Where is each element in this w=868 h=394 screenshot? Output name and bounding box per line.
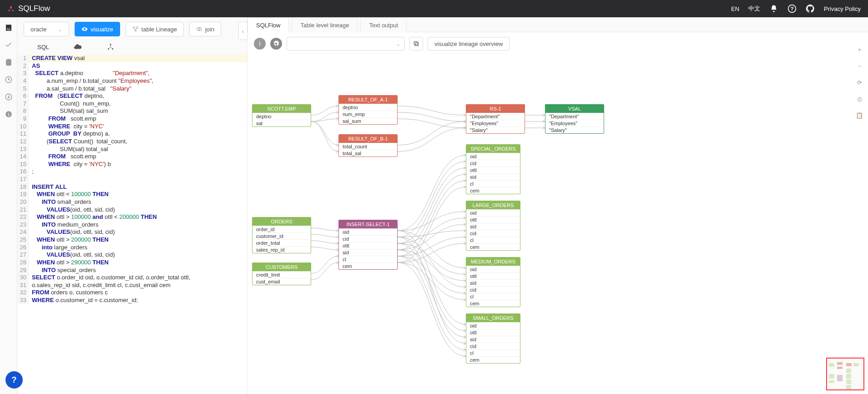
node-column[interactable]: ottl [466,273,520,279]
zoom-out-button[interactable]: － [854,61,864,71]
node-column[interactable]: total_sal [339,150,397,157]
table-lineage-button[interactable]: table Lineage [126,22,184,36]
node-column[interactable]: cem [466,243,520,250]
node-column[interactable]: "Salary" [545,126,604,133]
clipboard-button[interactable]: 📋 [854,110,864,120]
node-column[interactable]: ottl [339,242,397,249]
lineage-canvas[interactable]: SCOTT.EMPdeptnosalRESULT_OF_A-1deptnonum… [247,55,868,394]
refresh-button[interactable]: ⟳ [854,77,864,87]
node-column[interactable]: oid [466,153,520,160]
node-customers[interactable]: CUSTOMERScredit_limitcust_email [252,263,311,285]
upload-icon[interactable] [74,43,82,51]
main: SQL i ‹ oracle⌄ visualize table Lineage … [0,17,868,394]
node-column[interactable]: ottl [466,216,520,223]
node-column[interactable]: num_emp [339,111,397,117]
node-column[interactable]: sid [466,173,520,180]
node-column[interactable]: cid [466,286,520,293]
node-column[interactable]: cid [339,235,397,242]
help-icon[interactable]: ? [787,4,797,13]
database-icon[interactable] [5,58,13,66]
node-column[interactable]: cl [466,349,520,356]
node-orders[interactable]: ORDERSorder_idcustomer_idorder_totalsale… [252,217,311,253]
node-result_a[interactable]: RESULT_OF_A-1deptnonum_empsal_sum [338,95,398,125]
settings-button[interactable] [270,38,282,50]
node-column[interactable]: cl [466,180,520,187]
tab-table-level-lineage[interactable]: Table level lineage [292,18,358,32]
node-column[interactable]: credit_limit [252,271,311,278]
node-column[interactable]: "Employees" [466,120,525,126]
lang-en[interactable]: EN [731,5,739,12]
node-column[interactable]: sales_rep_id [252,246,311,253]
node-small[interactable]: SMALL_ORDERSoidottlsidcidclcem [466,313,520,364]
node-column[interactable]: sal_sum [339,117,397,124]
visualize-button[interactable]: visualize [75,22,120,36]
github-icon[interactable] [806,4,815,13]
node-column[interactable]: sid [339,249,397,256]
download-icon[interactable] [5,93,13,101]
check-icon[interactable] [5,41,13,49]
minimap[interactable] [826,358,864,390]
node-column[interactable]: "Employees" [545,120,604,126]
node-column[interactable]: sid [466,336,520,343]
privacy-link[interactable]: Privacy Policy [824,5,861,12]
node-column[interactable]: cem [466,300,520,307]
tab-text-output[interactable]: Text output [360,18,407,32]
node-scott_emp[interactable]: SCOTT.EMPdeptnosal [252,104,311,127]
node-column[interactable]: cl [339,256,397,263]
node-column[interactable]: sid [466,279,520,286]
sql-tab[interactable]: SQL [37,44,49,51]
tab-sqlflow[interactable]: SQLFlow [247,18,289,32]
node-column[interactable]: cem [339,263,397,269]
lang-zh[interactable]: 中文 [748,5,760,13]
node-column[interactable]: order_total [252,239,311,246]
target-button[interactable]: ◎ [854,94,864,104]
collapse-left-button[interactable]: ‹ [238,22,247,40]
node-column[interactable]: "Salary" [466,126,525,133]
overview-button[interactable]: visualize lineage overview [428,37,510,51]
node-column[interactable]: cem [466,356,520,363]
node-column[interactable]: deptno [252,113,311,120]
node-column[interactable]: oid [339,228,397,235]
node-column[interactable]: cl [466,237,520,243]
bell-icon[interactable] [769,4,778,13]
code-editor[interactable]: 1CREATE VIEW vsal2AS3 SELECT a.deptno "D… [17,55,247,394]
node-column[interactable]: total_count [339,143,397,150]
db-select[interactable]: oracle⌄ [24,22,69,36]
node-column[interactable]: deptno [339,104,397,111]
node-column[interactable]: sal [252,120,311,126]
node-vsal[interactable]: VSAL"Department""Employees""Salary" [545,104,604,134]
node-column[interactable]: cem [466,187,520,194]
node-column[interactable]: cl [466,293,520,300]
node-column[interactable]: oid [466,322,520,329]
node-column[interactable]: cust_email [252,278,311,285]
node-header: ORDERS [252,217,311,226]
node-insert_select[interactable]: INSERT-SELECT-1oidcidottlsidclcem [338,220,398,270]
node-column[interactable]: order_id [252,226,311,232]
info-button[interactable]: i [254,38,266,50]
node-special[interactable]: SPECIAL_ORDERSoidcidottlsidclcem [466,144,520,194]
search-input[interactable]: ⌄ [287,37,405,51]
node-column[interactable]: oid [466,266,520,273]
tree-icon[interactable] [106,43,115,51]
node-rs1[interactable]: RS-1"Department""Employees""Salary" [466,104,525,134]
copy-button[interactable] [409,37,423,51]
node-column[interactable]: ottl [466,167,520,173]
node-column[interactable]: cid [466,343,520,349]
node-column[interactable]: cid [466,230,520,237]
info-icon[interactable]: i [5,110,13,118]
help-fab[interactable]: ? [5,371,23,389]
node-column[interactable]: ottl [466,329,520,336]
join-button[interactable]: join [189,22,221,36]
sql-file-icon[interactable]: SQL [5,24,13,32]
node-column[interactable]: oid [466,209,520,216]
node-medium[interactable]: MEDIUM_ORDERSoidottlsidcidclcem [466,257,520,307]
node-column[interactable]: "Department" [545,113,604,120]
clock-icon[interactable] [5,76,13,84]
node-column[interactable]: customer_id [252,232,311,239]
node-column[interactable]: "Department" [466,113,525,120]
node-result_b[interactable]: RESULT_OF_B-1total_counttotal_sal [338,134,398,157]
node-column[interactable]: cid [466,160,520,167]
node-column[interactable]: sid [466,223,520,230]
zoom-in-button[interactable]: ＋ [854,45,864,55]
node-large[interactable]: LARGE_ORDERSoidottlsidcidclcem [466,201,520,251]
